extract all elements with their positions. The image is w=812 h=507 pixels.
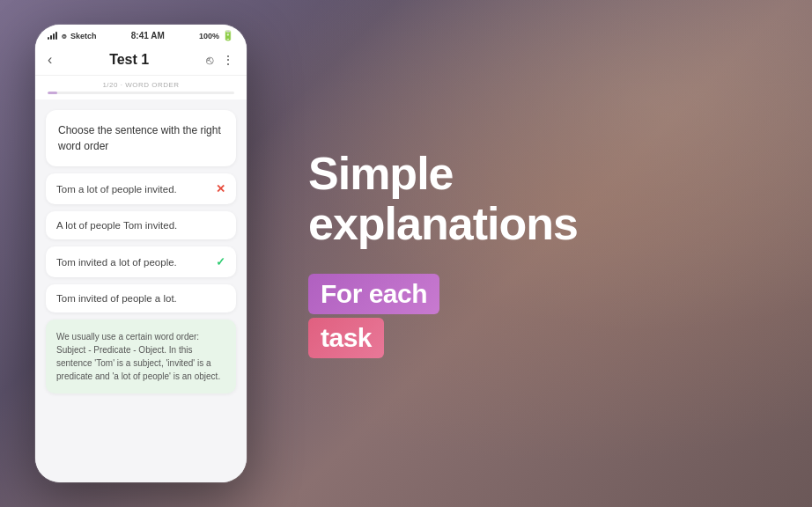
option-icon-0: ✕ xyxy=(216,182,225,195)
back-button[interactable]: ‹ xyxy=(48,52,52,68)
phone-body: Choose the sentence with the right word … xyxy=(35,99,247,482)
progress-fill xyxy=(48,92,57,94)
highlight-block: For each task xyxy=(308,274,777,358)
nav-actions: ⎋ ⋮ xyxy=(206,53,234,67)
headline-line2: explanations xyxy=(308,199,777,249)
phone-mockup: ⌾ Sketch 8:41 AM 100% 🔋 ‹ Test 1 ⎋ ⋮ 1/2… xyxy=(35,25,247,482)
status-right: 100% 🔋 xyxy=(199,30,234,41)
option-text-3: Tom invited of people a lot. xyxy=(56,293,177,304)
status-left: ⌾ Sketch xyxy=(48,32,97,40)
main-layout: ⌾ Sketch 8:41 AM 100% 🔋 ‹ Test 1 ⎋ ⋮ 1/2… xyxy=(0,0,812,507)
answer-option-2[interactable]: Tom invited a lot of people. ✓ xyxy=(46,246,236,277)
option-text-1: A lot of people Tom invited. xyxy=(56,220,177,231)
share-button[interactable]: ⎋ xyxy=(206,53,213,67)
question-card: Choose the sentence with the right word … xyxy=(46,110,236,166)
time-display: 8:41 AM xyxy=(131,31,165,40)
progress-section: 1/20 · WORD ORDER xyxy=(35,76,247,99)
nav-title: Test 1 xyxy=(109,52,149,68)
battery-percent-label: 100% xyxy=(199,32,219,40)
carrier-label: Sketch xyxy=(70,32,97,40)
explanation-card: We usually use a certain word order: Sub… xyxy=(46,320,236,393)
option-text-0: Tom a lot of people invited. xyxy=(56,184,177,195)
nav-bar: ‹ Test 1 ⎋ ⋮ xyxy=(35,45,247,76)
battery-icon: 🔋 xyxy=(222,30,234,41)
progress-label: 1/20 · WORD ORDER xyxy=(102,81,179,89)
option-icon-2: ✓ xyxy=(216,255,225,268)
answer-option-3[interactable]: Tom invited of people a lot. xyxy=(46,284,236,312)
option-text-2: Tom invited a lot of people. xyxy=(56,257,177,268)
answer-option-0[interactable]: Tom a lot of people invited. ✕ xyxy=(46,173,236,204)
more-button[interactable]: ⋮ xyxy=(222,53,234,67)
answer-option-1[interactable]: A lot of people Tom invited. xyxy=(46,211,236,239)
headline: Simple explanations xyxy=(308,149,777,249)
progress-track xyxy=(48,92,234,94)
headline-line1: Simple xyxy=(308,149,777,199)
right-content: Simple explanations For each task xyxy=(299,149,777,358)
highlight-line-2: task xyxy=(308,318,384,358)
signal-icon xyxy=(48,32,57,40)
highlight-line-1: For each xyxy=(308,274,439,314)
status-bar: ⌾ Sketch 8:41 AM 100% 🔋 xyxy=(35,25,247,45)
wifi-icon: ⌾ xyxy=(62,32,66,40)
